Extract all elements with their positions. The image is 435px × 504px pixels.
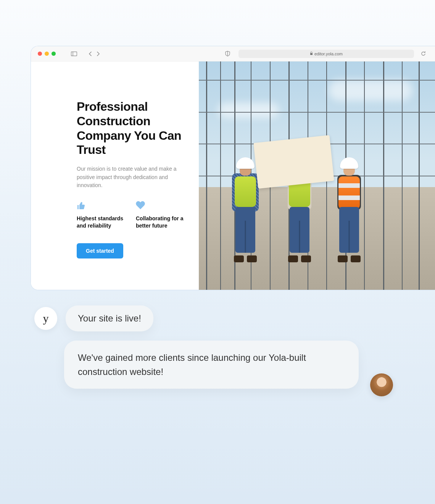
minimize-window-button[interactable]	[45, 52, 49, 56]
close-window-button[interactable]	[38, 52, 42, 56]
privacy-shield-icon[interactable]	[225, 51, 230, 57]
url-bar[interactable]: editor.yola.com	[238, 50, 414, 58]
maximize-window-button[interactable]	[52, 52, 56, 56]
feature-item: Highest standards and reliability	[77, 201, 128, 229]
forward-button[interactable]	[97, 51, 100, 57]
user-avatar	[370, 373, 393, 396]
chat-message: y Your site is live!	[34, 305, 359, 331]
url-text: editor.yola.com	[314, 52, 343, 56]
window-controls	[38, 52, 56, 56]
back-button[interactable]	[89, 51, 92, 57]
svg-rect-0	[71, 52, 77, 56]
feature-item: Collaborating for a better future	[136, 201, 187, 229]
yola-avatar: y	[34, 307, 57, 330]
feature-text: Highest standards and reliability	[77, 215, 128, 229]
feature-text: Collaborating for a better future	[136, 215, 187, 229]
website-preview: Professional Construction Company You Ca…	[31, 61, 435, 290]
chat-area: y Your site is live! We've gained more c…	[34, 305, 359, 398]
lock-icon	[310, 52, 313, 56]
thumbs-up-icon	[77, 201, 128, 210]
sidebar-toggle-icon[interactable]	[71, 52, 77, 56]
get-started-button[interactable]: Get started	[77, 243, 123, 258]
yola-logo-letter: y	[43, 312, 49, 325]
feature-list: Highest standards and reliability Collab…	[77, 201, 187, 229]
hero-section: Professional Construction Company You Ca…	[31, 61, 199, 290]
hero-subtitle: Our mission is to create value and make …	[77, 165, 187, 190]
chat-bubble: Your site is live!	[66, 305, 153, 331]
browser-window: editor.yola.com Professional Constructio…	[31, 46, 435, 290]
chat-bubble: We've gained more clients since launchin…	[64, 341, 359, 389]
browser-toolbar: editor.yola.com	[31, 46, 435, 61]
hero-title: Professional Construction Company You Ca…	[77, 100, 187, 157]
chat-message: We've gained more clients since launchin…	[64, 341, 359, 389]
refresh-button[interactable]	[419, 51, 428, 56]
svg-rect-3	[310, 53, 313, 55]
heart-icon	[136, 201, 187, 210]
hero-image	[199, 61, 435, 290]
